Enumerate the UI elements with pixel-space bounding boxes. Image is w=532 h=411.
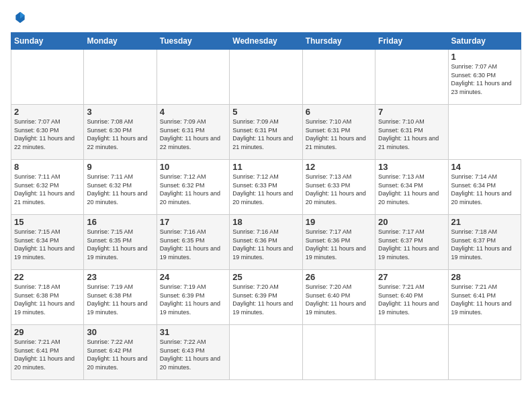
calendar-cell: 26 Sunrise: 7:20 AMSunset: 6:40 PMDaylig… [302,270,375,325]
day-info: Sunrise: 7:18 AMSunset: 6:37 PMDaylight:… [451,228,512,261]
day-number: 16 [87,217,153,227]
calendar-cell: 24 Sunrise: 7:19 AMSunset: 6:39 PMDaylig… [157,270,229,325]
day-info: Sunrise: 7:10 AMSunset: 6:31 PMDaylight:… [306,118,366,150]
day-info: Sunrise: 7:17 AMSunset: 6:36 PMDaylight:… [306,228,366,261]
day-number: 10 [160,162,226,172]
calendar-cell: 19 Sunrise: 7:17 AMSunset: 6:36 PMDaylig… [302,215,375,270]
day-info: Sunrise: 7:18 AMSunset: 6:38 PMDaylight:… [14,283,75,316]
day-info: Sunrise: 7:13 AMSunset: 6:34 PMDaylight:… [378,173,439,205]
calendar-body: 1 Sunrise: 7:07 AMSunset: 6:30 PMDayligh… [11,50,521,380]
day-number: 4 [160,107,226,117]
day-number: 19 [306,217,372,227]
calendar-cell: 17 Sunrise: 7:16 AMSunset: 6:35 PMDaylig… [157,215,229,270]
day-number: 11 [232,162,299,172]
calendar-week-row: 2 Sunrise: 7:07 AMSunset: 6:30 PMDayligh… [11,105,521,160]
day-number: 7 [378,107,445,117]
day-number: 21 [451,217,518,227]
calendar-cell: 31 Sunrise: 7:22 AMSunset: 6:43 PMDaylig… [157,325,229,380]
day-number: 28 [451,272,518,282]
day-number: 31 [160,327,226,337]
calendar-cell: 5 Sunrise: 7:09 AMSunset: 6:31 PMDayligh… [230,105,302,160]
day-info: Sunrise: 7:22 AMSunset: 6:43 PMDaylight:… [160,338,220,371]
day-number: 30 [87,327,153,337]
day-number: 25 [232,272,299,282]
day-info: Sunrise: 7:19 AMSunset: 6:38 PMDaylight:… [87,283,147,316]
calendar-cell: 12 Sunrise: 7:13 AMSunset: 6:33 PMDaylig… [302,160,375,215]
calendar-cell: 16 Sunrise: 7:15 AMSunset: 6:35 PMDaylig… [84,215,157,270]
calendar-cell: 28 Sunrise: 7:21 AMSunset: 6:41 PMDaylig… [448,270,521,325]
logo [11,11,27,24]
calendar-cell [84,50,157,105]
day-number: 13 [378,162,445,172]
calendar-cell [230,50,302,105]
day-info: Sunrise: 7:07 AMSunset: 6:30 PMDaylight:… [451,63,512,95]
day-info: Sunrise: 7:09 AMSunset: 6:31 PMDaylight:… [160,118,220,150]
calendar-cell [11,50,84,105]
calendar-cell: 4 Sunrise: 7:09 AMSunset: 6:31 PMDayligh… [157,105,229,160]
calendar-day-header: Wednesday [230,33,302,50]
day-info: Sunrise: 7:09 AMSunset: 6:31 PMDaylight:… [232,118,293,150]
day-info: Sunrise: 7:14 AMSunset: 6:34 PMDaylight:… [451,173,512,205]
calendar-day-header: Sunday [11,33,84,50]
calendar-cell: 20 Sunrise: 7:17 AMSunset: 6:37 PMDaylig… [375,215,448,270]
day-info: Sunrise: 7:12 AMSunset: 6:32 PMDaylight:… [160,173,220,205]
calendar-day-header: Tuesday [157,33,229,50]
header [11,11,521,24]
day-info: Sunrise: 7:21 AMSunset: 6:40 PMDaylight:… [378,283,439,316]
calendar-cell [375,325,448,380]
day-number: 18 [232,217,299,227]
day-info: Sunrise: 7:13 AMSunset: 6:33 PMDaylight:… [306,173,366,205]
day-info: Sunrise: 7:11 AMSunset: 6:32 PMDaylight:… [87,173,147,205]
calendar-cell: 15 Sunrise: 7:15 AMSunset: 6:34 PMDaylig… [11,215,84,270]
day-info: Sunrise: 7:16 AMSunset: 6:35 PMDaylight:… [160,228,220,261]
calendar-cell: 18 Sunrise: 7:16 AMSunset: 6:36 PMDaylig… [230,215,302,270]
calendar-cell [230,325,302,380]
day-info: Sunrise: 7:15 AMSunset: 6:35 PMDaylight:… [87,228,147,261]
day-number: 22 [14,272,81,282]
page: SundayMondayTuesdayWednesdayThursdayFrid… [0,0,532,411]
calendar-day-header: Monday [84,33,157,50]
calendar-table: SundayMondayTuesdayWednesdayThursdayFrid… [11,32,521,380]
calendar-cell [302,325,375,380]
calendar-week-row: 8 Sunrise: 7:11 AMSunset: 6:32 PMDayligh… [11,160,521,215]
calendar-day-header: Friday [375,33,448,50]
calendar-cell: 6 Sunrise: 7:10 AMSunset: 6:31 PMDayligh… [302,105,375,160]
calendar-cell: 10 Sunrise: 7:12 AMSunset: 6:32 PMDaylig… [157,160,229,215]
day-info: Sunrise: 7:21 AMSunset: 6:41 PMDaylight:… [14,338,75,371]
day-info: Sunrise: 7:22 AMSunset: 6:42 PMDaylight:… [87,338,147,371]
calendar-cell: 22 Sunrise: 7:18 AMSunset: 6:38 PMDaylig… [11,270,84,325]
day-number: 26 [306,272,372,282]
day-info: Sunrise: 7:08 AMSunset: 6:30 PMDaylight:… [87,118,147,150]
day-number: 24 [160,272,226,282]
day-number: 8 [14,162,81,172]
calendar-cell: 7 Sunrise: 7:10 AMSunset: 6:31 PMDayligh… [375,105,448,160]
day-info: Sunrise: 7:19 AMSunset: 6:39 PMDaylight:… [160,283,220,316]
day-number: 12 [306,162,372,172]
calendar-week-row: 29 Sunrise: 7:21 AMSunset: 6:41 PMDaylig… [11,325,521,380]
calendar-cell [302,50,375,105]
calendar-day-header: Saturday [448,33,521,50]
day-info: Sunrise: 7:20 AMSunset: 6:39 PMDaylight:… [232,283,293,316]
day-number: 23 [87,272,153,282]
logo-icon [13,11,27,24]
day-info: Sunrise: 7:21 AMSunset: 6:41 PMDaylight:… [451,283,512,316]
day-number: 5 [232,107,299,117]
calendar-cell [375,50,448,105]
day-info: Sunrise: 7:17 AMSunset: 6:37 PMDaylight:… [378,228,439,261]
day-number: 14 [451,162,518,172]
calendar-cell: 25 Sunrise: 7:20 AMSunset: 6:39 PMDaylig… [230,270,302,325]
day-number: 17 [160,217,226,227]
day-number: 2 [14,107,81,117]
day-info: Sunrise: 7:16 AMSunset: 6:36 PMDaylight:… [232,228,293,261]
day-number: 29 [14,327,81,337]
calendar-cell: 14 Sunrise: 7:14 AMSunset: 6:34 PMDaylig… [448,160,521,215]
day-number: 20 [378,217,445,227]
day-number: 6 [306,107,372,117]
calendar-cell: 27 Sunrise: 7:21 AMSunset: 6:40 PMDaylig… [375,270,448,325]
day-number: 15 [14,217,81,227]
calendar-day-header: Thursday [302,33,375,50]
calendar-cell: 30 Sunrise: 7:22 AMSunset: 6:42 PMDaylig… [84,325,157,380]
calendar-cell: 23 Sunrise: 7:19 AMSunset: 6:38 PMDaylig… [84,270,157,325]
calendar-week-row: 1 Sunrise: 7:07 AMSunset: 6:30 PMDayligh… [11,50,521,105]
calendar-cell: 21 Sunrise: 7:18 AMSunset: 6:37 PMDaylig… [448,215,521,270]
